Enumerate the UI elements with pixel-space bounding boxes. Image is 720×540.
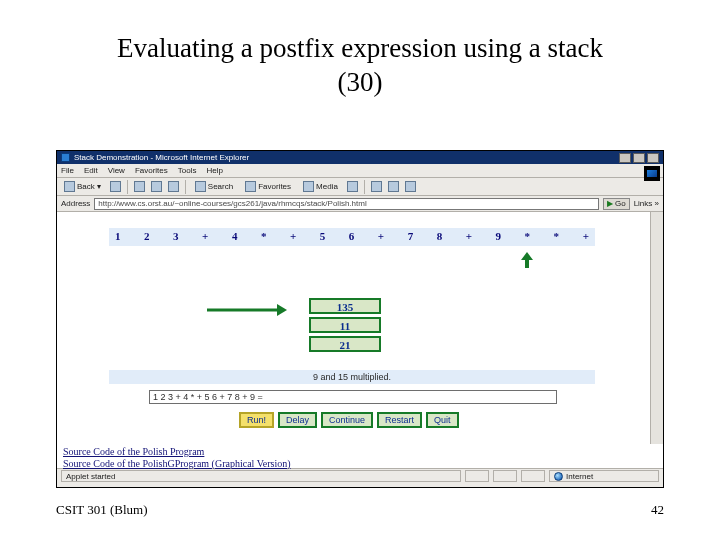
status-text: Applet started (66, 472, 115, 481)
favorites-label: Favorites (258, 182, 291, 191)
status-left: Applet started (61, 470, 461, 482)
browser-window: Stack Demonstration - Microsoft Internet… (56, 150, 664, 488)
stack-cell: 11 (309, 317, 381, 333)
home-icon[interactable] (168, 181, 179, 192)
stop-icon[interactable] (134, 181, 145, 192)
stack-cell: 21 (309, 336, 381, 352)
links-label[interactable]: Links » (634, 199, 659, 208)
go-button[interactable]: ▶ Go (603, 198, 630, 210)
throbber-icon (644, 166, 660, 181)
ie-icon (61, 153, 70, 162)
expr-token: 4 (232, 230, 238, 242)
quit-button[interactable]: Quit (426, 412, 459, 428)
menu-file[interactable]: File (61, 166, 74, 175)
address-value: http://www.cs.orst.au/~online-courses/gc… (98, 199, 366, 208)
back-icon (64, 181, 75, 192)
expr-token: + (466, 230, 472, 242)
expr-token: 6 (349, 230, 355, 242)
expression-row: 1 2 3 + 4 * + 5 6 + 7 8 + 9 * * + (109, 228, 595, 244)
separator (127, 180, 128, 194)
cursor-arrow-icon (521, 252, 533, 268)
back-button[interactable]: Back ▾ (61, 180, 104, 193)
expr-token: + (202, 230, 208, 242)
slide-footer-left: CSIT 301 (Blum) (56, 502, 148, 518)
refresh-icon[interactable] (151, 181, 162, 192)
window-titlebar[interactable]: Stack Demonstration - Microsoft Internet… (57, 151, 663, 164)
close-button[interactable] (647, 153, 659, 163)
stack-display: 135 11 21 (309, 298, 381, 355)
expr-token: + (583, 230, 589, 242)
expr-token: 2 (144, 230, 150, 242)
restart-button[interactable]: Restart (377, 412, 422, 428)
slide-title-line2: (30) (338, 67, 383, 97)
continue-button[interactable]: Continue (321, 412, 373, 428)
run-button[interactable]: Run! (239, 412, 274, 428)
menu-tools[interactable]: Tools (178, 166, 197, 175)
menu-favorites[interactable]: Favorites (135, 166, 168, 175)
expr-token: * (261, 230, 267, 242)
expr-token: + (290, 230, 296, 242)
media-icon (303, 181, 314, 192)
back-label: Back (77, 182, 95, 191)
mail-icon[interactable] (371, 181, 382, 192)
address-bar: Address http://www.cs.orst.au/~online-co… (57, 196, 663, 212)
address-label: Address (61, 199, 90, 208)
separator (364, 180, 365, 194)
slide-title-line1: Evaluating a postfix expression using a … (117, 33, 603, 63)
source-links: Source Code of the Polish Program Source… (57, 444, 663, 468)
expr-token: * (554, 230, 560, 242)
status-bar: Applet started Internet (57, 468, 663, 483)
applet-area: 1 2 3 + 4 * + 5 6 + 7 8 + 9 * * + (57, 212, 663, 444)
expr-token: 5 (320, 230, 326, 242)
toolbar: Back ▾ Search Favorites Media (57, 178, 663, 196)
delay-button[interactable]: Delay (278, 412, 317, 428)
push-arrow-icon (207, 304, 287, 316)
status-cell (493, 470, 517, 482)
slide-title: Evaluating a postfix expression using a … (0, 32, 720, 100)
edit-icon[interactable] (405, 181, 416, 192)
expr-token: 1 (115, 230, 121, 242)
search-icon (195, 181, 206, 192)
status-cell (465, 470, 489, 482)
expr-token: 7 (408, 230, 414, 242)
button-row: Run! Delay Continue Restart Quit (239, 412, 459, 428)
forward-icon[interactable] (110, 181, 121, 192)
history-icon[interactable] (347, 181, 358, 192)
source-link[interactable]: Source Code of the Polish Program (63, 446, 657, 458)
expr-token: + (378, 230, 384, 242)
go-icon: ▶ (607, 199, 613, 208)
media-button[interactable]: Media (300, 180, 341, 193)
print-icon[interactable] (388, 181, 399, 192)
menubar: File Edit View Favorites Tools Help (57, 164, 663, 178)
message-band: 9 and 15 multiplied. (109, 370, 595, 384)
search-label: Search (208, 182, 233, 191)
slide-footer-right: 42 (651, 502, 664, 518)
expr-token: 8 (437, 230, 443, 242)
expression-band: 1 2 3 + 4 * + 5 6 + 7 8 + 9 * * + (109, 228, 595, 246)
zone-label: Internet (566, 472, 593, 481)
expr-token: 9 (496, 230, 502, 242)
maximize-button[interactable] (633, 153, 645, 163)
window-title: Stack Demonstration - Microsoft Internet… (74, 153, 249, 162)
minimize-button[interactable] (619, 153, 631, 163)
menu-edit[interactable]: Edit (84, 166, 98, 175)
star-icon (245, 181, 256, 192)
status-cell (521, 470, 545, 482)
globe-icon (554, 472, 563, 481)
expr-token: 3 (173, 230, 179, 242)
menu-help[interactable]: Help (206, 166, 222, 175)
search-button[interactable]: Search (192, 180, 236, 193)
go-label: Go (615, 199, 626, 208)
chevron-down-icon: ▾ (97, 182, 101, 191)
favorites-button[interactable]: Favorites (242, 180, 294, 193)
address-input[interactable]: http://www.cs.orst.au/~online-courses/gc… (94, 198, 599, 210)
menu-view[interactable]: View (108, 166, 125, 175)
expr-token: * (525, 230, 531, 242)
media-label: Media (316, 182, 338, 191)
expression-input[interactable]: 1 2 3 + 4 * + 5 6 + 7 8 + 9 = (149, 390, 557, 404)
stack-cell: 135 (309, 298, 381, 314)
separator (185, 180, 186, 194)
status-zone: Internet (549, 470, 659, 482)
